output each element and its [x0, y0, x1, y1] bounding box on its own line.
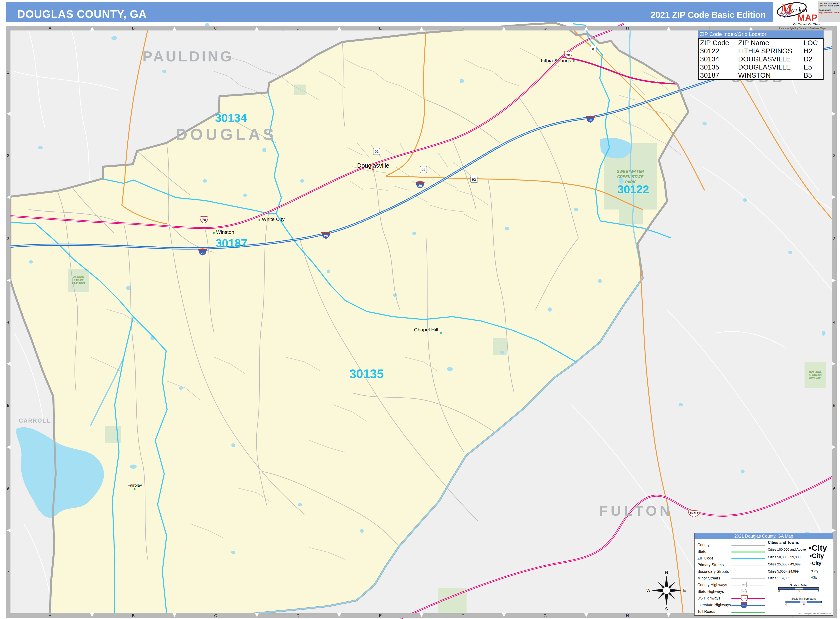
grid-row-label: 7	[833, 570, 835, 574]
cities-and-towns-header: Cities and Towns	[768, 540, 799, 545]
county-highway-shield-sample: 123	[741, 582, 747, 587]
legend-item-county: County	[697, 543, 710, 547]
zip-table-row[interactable]: 30187 WINSTON B5	[699, 71, 823, 79]
zip-code-cell: 30134	[699, 55, 738, 63]
logo-tagline: On Target. On Time.	[783, 22, 831, 26]
park-label-clinton-1: CLINTON	[73, 276, 84, 278]
legend-item-zip-code: ZIP Code	[697, 556, 713, 561]
grid-row-label: 3	[7, 237, 9, 241]
grid-col-label: E	[379, 613, 381, 618]
grid-col-label: H	[626, 26, 629, 30]
grid-row-label: 6	[7, 487, 9, 491]
grid-row-label: 2	[833, 153, 835, 158]
grid-col-label: B	[132, 26, 135, 30]
zip-table-row[interactable]: 30134 DOUGLASVILLE D2	[699, 55, 823, 63]
scale-miles: Scale in Miles 0.51	[778, 584, 819, 592]
zip-code-cell: 30135	[699, 63, 738, 71]
park-label-tomlowe-3: GROUNDS	[809, 377, 821, 380]
zip-label-30187: 30187	[215, 237, 247, 250]
legend-item-secondary-streets: Secondary Streets	[697, 570, 729, 574]
interstate-shield-sample: 123	[741, 602, 747, 608]
zip-loc-cell: H2	[804, 47, 823, 55]
legend-item-primary-streets: Primary Streets	[697, 563, 723, 567]
county-map-canvas[interactable]: PAULDING DOUGLAS COBB CARROLL FULTON 301…	[0, 0, 840, 619]
town-dot-winston	[213, 232, 215, 234]
county-label-carroll: CARROLL	[19, 417, 51, 424]
grid-row-label: 5	[833, 403, 835, 408]
zip-name-cell: DOUGLASVILLE	[738, 55, 804, 63]
zip-code-cell: 30187	[699, 71, 738, 79]
phone-number: 1-888-434-MAPS (6277)	[819, 5, 840, 7]
logo-contact-box: CALL US TOLL FREE! 1-888-434-MAPS (6277)…	[818, 1, 840, 22]
park-label-tomlowe-2: SHOOTING	[809, 374, 822, 377]
town-label-lithia-springs: Lithia Springs	[541, 58, 571, 63]
zip-index-title: ZIP Code Index/Grid Locator	[698, 30, 824, 38]
grid-col-label: G	[543, 613, 547, 618]
us78-shield-number: 78	[566, 53, 570, 57]
town-label-chapel-hill: Chapel Hill	[414, 327, 438, 332]
zip-loc-cell: B5	[804, 71, 823, 79]
city-sample-1k: •City	[811, 576, 818, 579]
city-size-label: Cities 50,000 - 99,999	[768, 555, 801, 559]
ga6-shield-number: 6	[592, 47, 594, 51]
county-label-douglas: DOUGLAS	[176, 125, 277, 144]
grid-row-label: 5	[7, 403, 9, 408]
compass-w: W	[646, 588, 650, 593]
logo-subtitle: America's Leading Source of Business Map…	[767, 27, 838, 30]
zip-table-row[interactable]: 30122 LITHIA SPRINGS H2	[699, 47, 823, 55]
compass-e: E	[683, 588, 686, 593]
grid-col-label: D	[297, 613, 299, 618]
zip-name-cell: LITHIA SPRINGS	[738, 47, 804, 55]
header-bar: DOUGLAS COUNTY, GA 2021 ZIP Code Basic E…	[6, 2, 773, 22]
col-header-zip-code: ZIP Code	[699, 39, 738, 47]
zip-code-cell: 30122	[699, 47, 738, 55]
city-size-label: Cities 5,000 - 24,999	[768, 570, 798, 573]
col-header-zip-name: ZIP Name	[738, 39, 804, 47]
i20-shield-number: 20	[324, 234, 328, 238]
grid-row-label: 4	[7, 320, 9, 324]
grid-row-label: 2	[7, 153, 9, 158]
city-size-label: Cities 100,000 and Above	[768, 547, 806, 552]
town-label-winston: Winston	[216, 229, 234, 235]
state-highway-shield-sample: 123	[741, 589, 747, 595]
us78-shield-number: 78	[202, 218, 206, 222]
us29alt-shield-number: 29-ALT	[690, 512, 699, 515]
marketmaps-logo: M arket MAPS On Target. On Time. America…	[774, 0, 840, 29]
us-highway-shield-sample: 123	[741, 595, 748, 601]
scale-kilometers: Scale in Kilometers 0.51	[786, 597, 822, 606]
town-label-white-city: White City	[262, 217, 285, 222]
grid-col-label: G	[543, 26, 547, 30]
town-dot-douglasville	[372, 169, 374, 170]
legend-item-county-highways: County Highways	[697, 583, 727, 587]
call-label: CALL US TOLL FREE!	[819, 2, 840, 5]
map-legend: 2021 Douglas County, GA Map County State…	[694, 533, 833, 616]
city-sample-50k: •City	[810, 552, 824, 560]
county-label-fulton: FULTON	[599, 503, 673, 519]
city-size-label: Cities 25,000 - 49,999	[768, 562, 801, 566]
park-label-sweetwater-3: PARK	[625, 180, 636, 184]
zip-name-cell: DOUGLASVILLE	[738, 63, 804, 71]
legend-item-interstate-highways: Interstate Highways	[697, 603, 731, 607]
grid-col-label: C	[214, 613, 217, 618]
compass-s: S	[665, 607, 668, 612]
grid-row-label: 1	[833, 70, 835, 75]
zip-label-30134: 30134	[215, 112, 247, 124]
zip-label-30135: 30135	[350, 367, 384, 381]
i20-shield-number: 20	[418, 184, 422, 188]
compass-n: N	[665, 570, 668, 575]
legend-item-state-highways: State Highways	[697, 589, 724, 594]
park-label-clinton-2: NATURE	[74, 279, 84, 282]
town-label-douglasville: Douglasville	[357, 162, 389, 169]
zip-name-cell: WINSTON	[738, 71, 804, 79]
legend-item-state: State	[697, 549, 706, 554]
zip-loc-cell: E5	[804, 63, 823, 71]
grid-col-label: H	[626, 613, 629, 618]
legend-item-us-highways: US Highways	[697, 596, 720, 600]
grid-col-label: I	[709, 26, 710, 30]
logo-m: M	[780, 1, 793, 17]
zip-table-row[interactable]: 30135 DOUGLASVILLE E5	[699, 63, 823, 71]
grid-col-label: E	[379, 26, 381, 30]
town-dot-fairplay	[134, 488, 136, 490]
map-page: PAULDING DOUGLAS COBB CARROLL FULTON 301…	[0, 0, 840, 619]
legend-item-minor-streets: Minor Streets	[697, 576, 720, 580]
